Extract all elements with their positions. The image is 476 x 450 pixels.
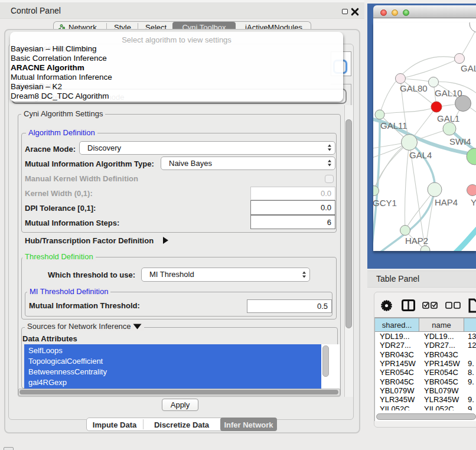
svg-text:SWI4: SWI4 — [449, 136, 471, 146]
svg-text:GAL4: GAL4 — [409, 150, 432, 160]
svg-text:Y: Y — [471, 197, 476, 207]
svg-text:GAL: GAL — [461, 63, 476, 73]
svg-text:GAL11: GAL11 — [380, 120, 407, 131]
svg-text:GAL1: GAL1 — [437, 113, 459, 123]
svg-text:GAL80: GAL80 — [400, 83, 428, 93]
svg-text:HAP4: HAP4 — [435, 197, 458, 207]
svg-text:GAL10: GAL10 — [435, 88, 462, 98]
svg-text:GCY1: GCY1 — [373, 198, 397, 208]
svg-text:HAP2: HAP2 — [405, 236, 428, 246]
